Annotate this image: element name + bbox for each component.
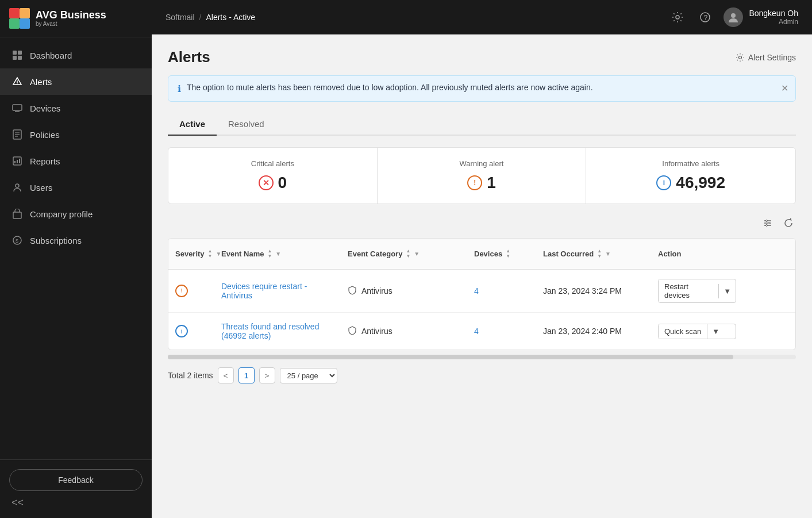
alerts-icon [11, 76, 23, 87]
company-icon [11, 208, 23, 220]
sidebar-item-policies[interactable]: Policies [0, 121, 152, 148]
sidebar-item-subscriptions[interactable]: $ Subscriptions [0, 227, 152, 254]
critical-value: ✕ 0 [182, 174, 363, 192]
last-occurred-filter[interactable]: ▼ [605, 251, 611, 257]
info-banner-icon: ℹ [178, 83, 181, 94]
sidebar-item-devices[interactable]: Devices [0, 95, 152, 121]
informative-value: i 46,992 [600, 174, 782, 192]
action-button-1[interactable]: Restart devices ▼ [658, 279, 736, 303]
topbar: Softmail / Alerts - Active ? [152, 0, 812, 34]
avatar [724, 7, 743, 27]
device-link-1[interactable]: 4 [474, 286, 479, 296]
user-info[interactable]: Bongkeun Oh Admin [724, 7, 798, 27]
sidebar-item-dashboard[interactable]: Dashboard [0, 42, 152, 68]
informative-label: Informative alerts [600, 159, 782, 168]
svg-rect-3 [20, 18, 30, 29]
devices-icon [11, 102, 23, 114]
page-size-select[interactable]: 25 / page 50 / page 100 / page [280, 368, 337, 383]
svg-rect-1 [20, 8, 30, 18]
devices-sort[interactable]: ▲ ▼ [506, 249, 510, 259]
sidebar-item-reports[interactable]: Reports [0, 148, 152, 174]
refresh-button[interactable] [781, 216, 796, 233]
action-dropdown-2[interactable]: ▼ [707, 324, 724, 339]
event-name-sort[interactable]: ▲ ▼ [267, 249, 272, 259]
warning-value: ! 1 [391, 174, 572, 192]
action-dropdown-1[interactable]: ▼ [718, 284, 736, 298]
event-category-sort[interactable]: ▲ ▼ [406, 249, 410, 259]
td-action-2: Quick scan ▼ [651, 314, 743, 348]
shield-icon-1 [348, 286, 357, 297]
sidebar-item-label: Company profile [30, 209, 93, 219]
td-severity-1: ! [168, 275, 214, 306]
user-name: Bongkeun Oh [749, 9, 798, 18]
settings-small-icon [736, 53, 745, 62]
sidebar-item-alerts[interactable]: Alerts [0, 68, 152, 95]
users-icon [11, 182, 23, 193]
th-last-occurred: Last Occurred ▲ ▼ ▼ [536, 244, 651, 263]
td-event-name-1: Devices require restart - Antivirus [214, 273, 341, 309]
table-row: i Threats found and resolved (46992 aler… [168, 313, 795, 350]
critical-label: Critical alerts [182, 159, 363, 168]
td-last-occurred-1: Jan 23, 2024 3:24 PM [536, 277, 651, 305]
alert-settings-button[interactable]: Alert Settings [736, 53, 796, 62]
settings-icon[interactable] [668, 8, 687, 26]
feedback-button[interactable]: Feedback [9, 469, 143, 491]
last-occurred-sort[interactable]: ▲ ▼ [597, 249, 602, 259]
device-link-2[interactable]: 4 [474, 327, 479, 336]
breadcrumb-parent: Softmail [166, 13, 195, 22]
td-devices-1: 4 [467, 277, 536, 305]
tabs: Active Resolved [168, 113, 796, 136]
svg-point-33 [768, 222, 770, 224]
sidebar-footer: Feedback << [0, 459, 152, 518]
next-page-button[interactable]: > [259, 367, 275, 383]
subscriptions-icon: $ [11, 235, 23, 246]
content-area: Alerts Alert Settings ℹ The option to mu… [152, 34, 812, 518]
main-content: Softmail / Alerts - Active ? [152, 0, 812, 518]
help-icon[interactable]: ? [696, 8, 714, 26]
event-name-filter[interactable]: ▼ [275, 251, 281, 257]
warning-icon: ! [467, 175, 482, 190]
sidebar-item-users[interactable]: Users [0, 174, 152, 201]
dashboard-icon [11, 49, 23, 61]
tab-resolved[interactable]: Resolved [217, 113, 276, 136]
category-text-2: Antivirus [361, 327, 392, 336]
event-name-link-1[interactable]: Devices require restart - Antivirus [221, 282, 307, 300]
user-details: Bongkeun Oh Admin [749, 9, 798, 26]
shield-icon-2 [348, 326, 357, 337]
sidebar-item-company-profile[interactable]: Company profile [0, 201, 152, 227]
action-label-2: Quick scan [659, 324, 707, 339]
alerts-header: Alerts Alert Settings [168, 48, 796, 66]
avg-logo-icon [9, 8, 30, 29]
tab-active[interactable]: Active [168, 113, 217, 136]
svg-point-28 [738, 56, 741, 59]
td-category-1: Antivirus [341, 277, 467, 306]
sidebar-item-label: Alerts [30, 77, 52, 87]
table-scroll-track[interactable] [168, 355, 796, 359]
stat-warning: Warning alert ! 1 [378, 148, 587, 204]
svg-rect-0 [9, 8, 20, 18]
svg-rect-5 [18, 51, 22, 55]
event-name-link-2[interactable]: Threats found and resolved (46992 alerts… [221, 322, 319, 340]
severity-warning-icon: ! [175, 285, 188, 297]
policies-icon [11, 129, 23, 140]
pagination: Total 2 items < 1 > 25 / page 50 / page … [168, 367, 796, 383]
collapse-sidebar-button[interactable]: << [9, 491, 143, 509]
breadcrumb: Softmail / Alerts - Active [166, 13, 255, 22]
svg-rect-7 [18, 56, 22, 60]
breadcrumb-current: Alerts - Active [206, 13, 255, 22]
current-page-button[interactable]: 1 [238, 367, 255, 383]
column-settings-button[interactable] [760, 216, 775, 233]
action-button-2[interactable]: Quick scan ▼ [658, 324, 736, 339]
event-category-filter[interactable]: ▼ [414, 251, 420, 257]
close-banner-button[interactable]: ✕ [781, 83, 788, 94]
th-severity: Severity ▲ ▼ ▼ [168, 244, 214, 263]
svg-point-27 [731, 13, 736, 18]
svg-text:?: ? [704, 14, 708, 22]
svg-point-20 [16, 184, 19, 187]
info-banner: ℹ The option to mute alerts has been rem… [168, 75, 796, 102]
sidebar-item-label: Devices [30, 103, 60, 113]
prev-page-button[interactable]: < [218, 367, 234, 383]
severity-sort[interactable]: ▲ ▼ [208, 249, 213, 259]
sidebar-item-label: Dashboard [30, 51, 72, 60]
th-event-category: Event Category ▲ ▼ ▼ [341, 244, 467, 263]
